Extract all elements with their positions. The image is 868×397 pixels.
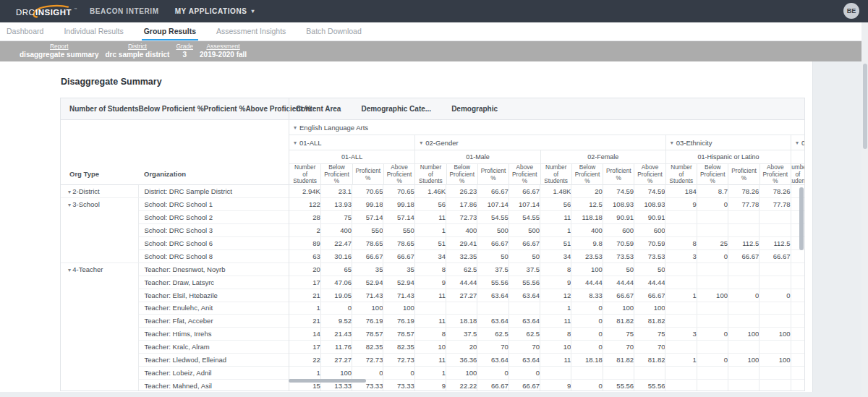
metric-header-below-proficient: BelowProficient% (446, 164, 477, 185)
metric-cell: 52.94 (383, 276, 414, 289)
metric-cell (760, 276, 791, 289)
metric-cell: 8 (540, 262, 571, 276)
page-scrollbar-thumb[interactable] (863, 64, 867, 149)
group-03-ethnicity[interactable]: ▾03-Ethnicity (665, 135, 791, 150)
metric-cell: 8 (665, 237, 697, 250)
dimension-chips: Content AreaDemographic Cate...Demograph… (289, 98, 804, 119)
breadcrumb-assessment: Assessment2019-2020 fall (200, 43, 247, 59)
metric-cell: 44.44 (634, 276, 665, 289)
metric-cell: 73.53 (603, 249, 634, 262)
breadcrumb-label[interactable]: Assessment (206, 43, 239, 51)
metric-header-proficient: Proficient% (603, 164, 634, 185)
metric-cell: 0 (697, 198, 728, 211)
chip-demographic[interactable]: Demographic (451, 105, 498, 113)
org-type-cell: ▾ 2-District (61, 185, 138, 198)
metric-cell (760, 379, 791, 391)
metric-cell: 25 (697, 237, 728, 250)
tab-individual-results[interactable]: Individual Results (61, 22, 125, 40)
metric-cell: 44.44 (446, 276, 477, 289)
metric-cell: 100 (603, 302, 634, 315)
metric-header-row: NumberofStudentsBelowProficient%Proficie… (289, 164, 804, 185)
metric-cell: 50 (603, 262, 634, 276)
organization-cell: Teacher: Ffat, Acceber (138, 315, 289, 328)
metric-cell: 0 (352, 366, 383, 379)
metric-cell: 108.93 (634, 198, 665, 211)
collapse-group-icon[interactable]: ▾ (420, 140, 422, 146)
metric-cell (760, 224, 791, 237)
metric-cell: 51 (414, 237, 446, 250)
table-row: 219.5276.1976.191118.1863.6463.6411081.8… (289, 315, 804, 328)
chip-demographic-cate[interactable]: Demographic Cate... (361, 105, 431, 113)
metric-cell: 47.06 (320, 276, 352, 289)
metric-cell: 66.67 (352, 249, 383, 262)
organization-cell: Teacher: Lobeiz, Adnil (138, 366, 289, 379)
metric-header-number-of-students: NumberofStudents (414, 164, 446, 185)
metric-cell: 9 (414, 379, 446, 391)
collapse-group-icon[interactable]: ▾ (671, 140, 673, 146)
metric-cell: 66.67 (634, 289, 665, 302)
metric-cell (414, 302, 446, 315)
chip-content-area[interactable]: Content Area (296, 105, 341, 113)
group-04[interactable]: ▾04 (791, 135, 804, 150)
metric-cell: 0 (571, 341, 603, 354)
metric-cell: 0 (571, 328, 603, 341)
metric-cell: 19.05 (320, 289, 352, 302)
vertical-scrollbar-thumb[interactable] (799, 187, 804, 250)
breadcrumb-label[interactable]: Report (50, 43, 69, 51)
metric-cell: 76.19 (352, 315, 383, 328)
metric-cell: 21 (289, 315, 320, 328)
chip-number-of-students[interactable]: Number of Students (69, 105, 139, 113)
tab-group-results[interactable]: Group Results (142, 22, 198, 40)
subgroup-01-male: 01-Male (414, 150, 540, 163)
metric-header-proficient: Proficient% (728, 164, 759, 185)
metric-cell (728, 224, 759, 237)
column-chips-row: Number of StudentsBelow Proficient %Prof… (61, 98, 804, 120)
metric-cell: 90.91 (603, 211, 634, 224)
my-applications-menu[interactable]: MY APPLICATIONS ▾ (175, 7, 255, 15)
collapse-group-icon[interactable]: ▾ (294, 140, 297, 146)
breadcrumb-label[interactable]: Grade (176, 43, 193, 51)
metric-cell (697, 366, 728, 379)
organization-cell: School: DRC School 3 (138, 224, 289, 237)
metric-cell: 50 (509, 249, 540, 262)
metric-cell: 63.64 (477, 354, 509, 367)
metric-cell: 99.18 (352, 198, 383, 211)
app-window: DRC INSIGHT ™ BEACON INTERIM MY APPLICAT… (0, 0, 868, 397)
drc-insight-logo[interactable]: DRC INSIGHT ™ (13, 4, 80, 20)
metric-cell (665, 276, 697, 289)
metric-cell: 184 (665, 185, 697, 198)
metric-cell: 66.67 (760, 249, 791, 262)
metric-cell: 0 (571, 315, 603, 328)
metric-cell: 55.56 (634, 379, 665, 391)
metric-cell: 66.67 (728, 249, 759, 262)
metric-cell: 50 (477, 249, 509, 262)
user-avatar[interactable]: BE (843, 3, 859, 19)
data-pane-header: ▾ English Language Arts ▾01-ALL▾02-Gende… (289, 120, 804, 185)
metric-cell: 22 (289, 354, 320, 367)
organization-cell: Teacher: Enulehc, Anit (138, 302, 289, 315)
group-02-gender[interactable]: ▾02-Gender (414, 135, 665, 150)
org-type-header: Org Type (61, 170, 138, 184)
breadcrumb-label[interactable]: District (128, 43, 147, 51)
collapse-group-icon[interactable]: ▾ (796, 140, 799, 146)
metric-cell: 35 (352, 262, 383, 276)
metric-cell: 100 (634, 302, 665, 315)
metric-cell: 100 (571, 262, 603, 276)
collapse-content-area-icon[interactable]: ▾ (294, 124, 297, 131)
metric-cell: 0 (697, 249, 728, 262)
horizontal-scrollbar-thumb[interactable] (289, 379, 366, 383)
page-scrollbar[interactable] (861, 22, 868, 397)
tab-assessment-insights[interactable]: Assessment Insights (214, 22, 288, 40)
chip-below-proficient[interactable]: Below Proficient % (139, 105, 204, 113)
metric-cell (540, 366, 571, 379)
tab-dashboard[interactable]: Dashboard (4, 22, 46, 40)
tab-batch-download[interactable]: Batch Download (304, 22, 363, 40)
group-01-all[interactable]: ▾01-ALL (289, 135, 414, 150)
metric-cell: 72.73 (352, 354, 383, 367)
metric-cell (728, 262, 759, 276)
metric-cell (728, 315, 759, 328)
table-row: 2227.2772.7372.731136.3663.6463.641118.1… (289, 354, 804, 367)
chip-proficient[interactable]: Proficient % (204, 105, 246, 113)
metric-cell: 78.65 (383, 237, 414, 250)
org-type-cell: ▾ 4-Teacher (61, 262, 138, 391)
